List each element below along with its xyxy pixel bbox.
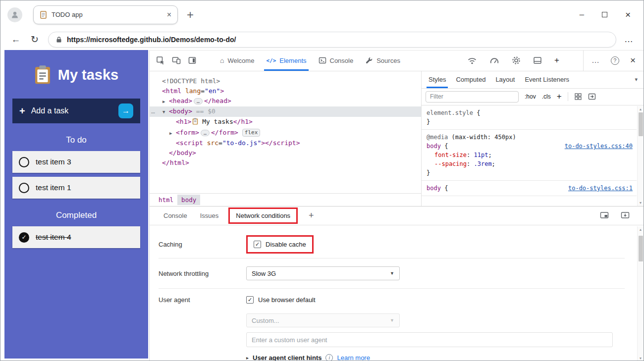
- disclosure-arrow-icon[interactable]: ▸: [246, 355, 249, 361]
- dom-tree-node[interactable]: <h1> My tasks</h1>: [150, 117, 421, 128]
- custom-user-agent-input[interactable]: [246, 332, 613, 347]
- window-close-icon[interactable]: ×: [625, 9, 631, 20]
- task-checked-icon[interactable]: ✓: [19, 232, 29, 243]
- styles-filter-input[interactable]: [426, 91, 519, 103]
- browser-menu-icon[interactable]: …: [624, 34, 634, 45]
- add-task-bar[interactable]: + Add a task →: [12, 99, 140, 123]
- checkbox-checked-icon[interactable]: ✓: [246, 296, 254, 304]
- open-panel-icon[interactable]: [588, 93, 596, 101]
- tab-elements[interactable]: </> Elements: [260, 51, 312, 71]
- dom-tree-node[interactable]: <script src="to-do.js"></script>: [150, 138, 421, 148]
- help-icon[interactable]: ?: [611, 56, 619, 65]
- style-line[interactable]: font-size: 11pt;: [426, 151, 633, 159]
- devtools-close-icon[interactable]: ×: [630, 55, 636, 66]
- style-line[interactable]: }: [426, 117, 633, 126]
- address-bar[interactable]: https://microsoftedge.github.io/Demos/de…: [48, 32, 616, 48]
- custom-user-agent-select[interactable]: Custom... ▼: [246, 313, 400, 327]
- client-hints-label[interactable]: User agent client hints: [253, 354, 322, 361]
- dock-panel-icon[interactable]: [600, 211, 609, 219]
- task-radio-icon[interactable]: [19, 157, 29, 167]
- inspect-icon[interactable]: [153, 51, 168, 71]
- drawer-scrollbar[interactable]: ▲ ▼: [637, 226, 644, 361]
- scroll-up-icon[interactable]: ▲: [639, 106, 643, 112]
- node-menu-icon[interactable]: …: [151, 106, 156, 116]
- element-class-button[interactable]: .cls: [542, 93, 551, 100]
- scrollbar-thumb[interactable]: [639, 236, 643, 261]
- network-conditions-icon[interactable]: [467, 56, 477, 65]
- dock-side-icon[interactable]: [184, 51, 200, 71]
- tab-welcome[interactable]: ⌂ Welcome: [214, 51, 260, 71]
- dom-tree-node[interactable]: …▼<body> == $0: [150, 106, 421, 117]
- device-toolbar-icon[interactable]: [168, 51, 184, 71]
- style-line[interactable]: @media (max-width: 450px): [426, 133, 633, 142]
- drawer-tab-issues[interactable]: Issues: [195, 206, 224, 225]
- dropdown-arrow-icon: ▼: [390, 271, 394, 276]
- performance-icon[interactable]: [489, 56, 499, 65]
- style-line[interactable]: element.style {: [426, 108, 633, 117]
- new-tab-button[interactable]: +: [187, 8, 194, 22]
- expand-arrow-icon[interactable]: ▶: [162, 97, 169, 106]
- task-item[interactable]: test item 3: [12, 151, 140, 173]
- tab-close-icon[interactable]: ×: [167, 10, 171, 19]
- browser-tab[interactable]: TODO app ×: [33, 5, 178, 24]
- add-drawer-tab-icon[interactable]: +: [309, 210, 314, 221]
- collapse-arrow-icon[interactable]: ▼: [162, 107, 169, 117]
- maximize-icon[interactable]: [602, 12, 607, 17]
- tab-event-listeners[interactable]: Event Listeners: [520, 71, 574, 88]
- breadcrumb-item[interactable]: body: [177, 195, 200, 205]
- dom-tree-node[interactable]: ▶<head>…</head>: [150, 96, 421, 106]
- back-icon[interactable]: ←: [10, 34, 21, 45]
- collapsed-content-button[interactable]: …: [201, 130, 210, 136]
- drawer-tab-network-conditions[interactable]: Network conditions: [228, 207, 298, 224]
- devtools-menu-icon[interactable]: …: [591, 56, 600, 65]
- breadcrumb-item[interactable]: html: [155, 195, 177, 205]
- tab-computed[interactable]: Computed: [451, 71, 490, 88]
- minimize-icon[interactable]: ─: [580, 11, 584, 18]
- expand-drawer-icon[interactable]: [621, 211, 630, 219]
- submit-task-button[interactable]: →: [118, 103, 133, 118]
- tab-styles[interactable]: Styles: [424, 71, 451, 88]
- throttling-select[interactable]: Slow 3G ▼: [246, 266, 400, 280]
- drawer-tab-console[interactable]: Console: [159, 206, 192, 225]
- dom-tree-node[interactable]: <!DOCTYPE html>: [150, 76, 421, 86]
- checkbox-checked-icon[interactable]: ✓: [254, 241, 261, 248]
- dock-layout-icon[interactable]: [533, 56, 542, 65]
- tab-sources[interactable]: Sources: [359, 51, 406, 71]
- dom-tree-node[interactable]: <html lang="en">: [150, 86, 421, 96]
- expand-arrow-icon[interactable]: ▶: [169, 128, 176, 138]
- style-line[interactable]: to-do-styles.css:40body {: [426, 142, 633, 151]
- scroll-down-icon[interactable]: ▼: [639, 355, 643, 361]
- task-item[interactable]: test item 1: [12, 177, 140, 199]
- tab-console[interactable]: Console: [313, 51, 360, 71]
- stylesheet-link[interactable]: to-do-styles.css:1: [568, 184, 633, 193]
- learn-more-link[interactable]: Learn more: [337, 354, 370, 361]
- more-tools-plus-icon[interactable]: +: [554, 55, 559, 65]
- flex-badge[interactable]: flex: [242, 129, 261, 137]
- new-style-rule-icon[interactable]: +: [557, 92, 562, 102]
- scroll-down-icon[interactable]: ▼: [639, 200, 643, 206]
- collapsed-content-button[interactable]: …: [194, 98, 203, 104]
- profile-avatar[interactable]: [7, 7, 22, 22]
- dom-tree-node[interactable]: </html>: [150, 158, 421, 168]
- divider: [568, 92, 568, 101]
- task-label: test item 1: [36, 183, 71, 192]
- dom-tree-node[interactable]: ▶<form>…</form>flex: [150, 128, 421, 138]
- disable-cache-option[interactable]: ✓ Disable cache: [254, 241, 306, 248]
- grid-icon[interactable]: [574, 93, 582, 101]
- task-radio-icon[interactable]: [19, 183, 29, 193]
- tab-layout[interactable]: Layout: [490, 71, 520, 88]
- style-line[interactable]: to-do-styles.css:1body {: [426, 184, 633, 193]
- task-item[interactable]: ✓test item 4: [12, 226, 140, 248]
- settings-gear-icon[interactable]: [512, 56, 521, 65]
- style-line[interactable]: --spacing: .3rem;: [426, 159, 633, 168]
- refresh-icon[interactable]: ↻: [29, 34, 40, 45]
- stylesheet-link[interactable]: to-do-styles.css:40: [565, 142, 633, 151]
- pseudo-state-button[interactable]: :hov: [525, 93, 536, 100]
- scroll-up-icon[interactable]: ▲: [639, 226, 643, 233]
- scrollbar-thumb[interactable]: [639, 112, 643, 136]
- use-browser-default-option[interactable]: ✓ Use browser default: [246, 296, 316, 304]
- styles-scrollbar[interactable]: ▲ ▼: [637, 106, 644, 206]
- dom-tree-node[interactable]: </body>: [150, 148, 421, 158]
- style-line[interactable]: }: [426, 168, 633, 177]
- chevron-down-icon[interactable]: ▾: [635, 71, 644, 88]
